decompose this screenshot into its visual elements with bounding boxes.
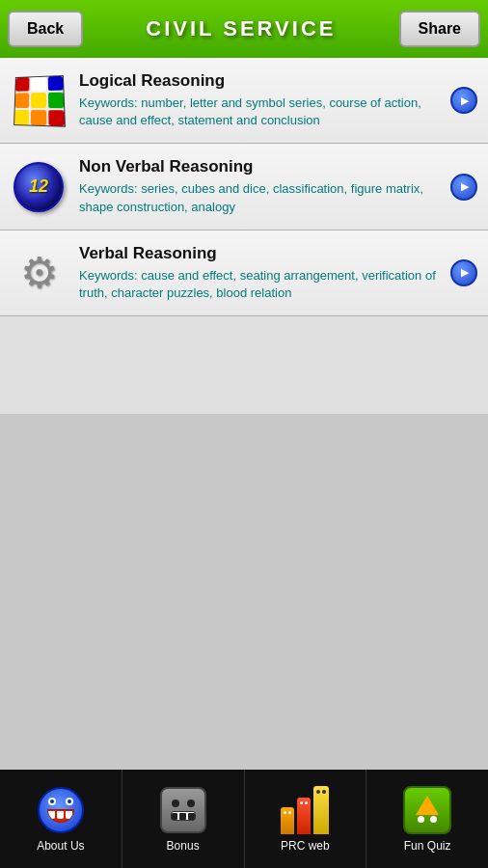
logical-reasoning-keywords: Keywords: number, letter and symbol seri… — [79, 95, 442, 129]
nav-item-prcweb[interactable]: PRC web — [245, 770, 367, 868]
about-us-icon — [38, 787, 84, 833]
share-button[interactable]: Share — [399, 11, 480, 47]
prc-block-1 — [281, 807, 294, 834]
funquiz-right-eye — [430, 816, 437, 823]
about-teeth — [48, 811, 73, 819]
about-eyes — [48, 798, 73, 805]
bonus-tooth-2 — [179, 813, 186, 820]
about-mouth — [47, 809, 74, 823]
prc-eye-l3 — [316, 790, 320, 794]
bottom-navigation: About Us Bonus — [0, 770, 488, 868]
funquiz-icon-wrap — [402, 785, 452, 835]
fun-quiz-icon — [403, 786, 451, 834]
verbal-reasoning-icon: ⚙ — [10, 244, 68, 302]
prc-block-2-eyes — [300, 801, 308, 804]
gears-icon: ⚙ — [20, 252, 58, 294]
prc-eye-r2 — [305, 801, 308, 804]
category-list: Logical Reasoning Keywords: number, lett… — [0, 58, 488, 414]
bonus-right-eye — [187, 800, 195, 807]
nav-item-about[interactable]: About Us — [0, 770, 122, 868]
prc-block-2 — [297, 798, 311, 834]
prc-eye-r3 — [322, 790, 326, 794]
about-tooth-2 — [57, 811, 64, 819]
about-left-eye — [48, 798, 56, 805]
list-item-logical[interactable]: Logical Reasoning Keywords: number, lett… — [0, 58, 488, 144]
verbal-reasoning-arrow — [449, 258, 478, 287]
funquiz-eyes — [418, 816, 437, 823]
bonus-tooth-1 — [172, 813, 178, 820]
nonverbal-reasoning-icon: 12 — [10, 158, 68, 216]
app-header: Back CIVIL SERVICE Share — [0, 0, 488, 58]
prc-eye-r — [288, 811, 291, 814]
arrow-circle-icon — [450, 259, 477, 286]
empty-content-area — [0, 414, 488, 770]
logical-reasoning-title: Logical Reasoning — [79, 71, 442, 91]
list-item-nonverbal[interactable]: 12 Non Verbal Reasoning Keywords: series… — [0, 144, 488, 230]
prc-block-3-eyes — [316, 790, 326, 794]
verbal-reasoning-text: Verbal Reasoning Keywords: cause and eff… — [79, 244, 442, 302]
nonverbal-reasoning-title: Non Verbal Reasoning — [79, 157, 442, 176]
list-item-verbal[interactable]: ⚙ Verbal Reasoning Keywords: cause and e… — [0, 231, 488, 316]
verbal-reasoning-keywords: Keywords: cause and effect, seating arra… — [79, 267, 442, 302]
about-right-eye — [66, 798, 73, 805]
about-tooth-3 — [66, 811, 72, 819]
funquiz-arrow-icon — [416, 796, 439, 815]
about-label: About Us — [37, 839, 84, 853]
prc-block-1-eyes — [284, 811, 291, 814]
dice-number: 12 — [29, 176, 48, 197]
prc-block-3 — [313, 786, 329, 834]
about-tooth-1 — [48, 811, 55, 819]
prc-eye-l2 — [300, 801, 303, 804]
about-icon-wrap — [36, 785, 86, 835]
back-button[interactable]: Back — [8, 11, 83, 47]
nav-item-bonus[interactable]: Bonus — [122, 770, 245, 868]
logical-reasoning-icon — [10, 71, 68, 129]
dice-icon: 12 — [14, 162, 64, 212]
nonverbal-reasoning-arrow — [449, 173, 478, 202]
cube-icon — [14, 75, 66, 127]
funquiz-label: Fun Quiz — [404, 839, 451, 853]
arrow-circle-icon — [450, 87, 477, 114]
nonverbal-reasoning-text: Non Verbal Reasoning Keywords: series, c… — [79, 157, 442, 215]
bonus-icon-wrap — [158, 785, 208, 835]
prc-eye-l — [284, 811, 286, 814]
funquiz-left-eye — [418, 816, 424, 823]
bonus-tooth-3 — [188, 813, 195, 820]
arrow-circle-icon — [450, 174, 477, 201]
prcweb-label: PRC web — [281, 839, 330, 853]
verbal-reasoning-title: Verbal Reasoning — [79, 244, 442, 263]
nav-item-funquiz[interactable]: Fun Quiz — [366, 770, 488, 868]
prcweb-icon-wrap — [280, 785, 330, 835]
bonus-eyes — [172, 800, 195, 807]
nonverbal-reasoning-keywords: Keywords: series, cubes and dice, classi… — [79, 180, 442, 215]
bonus-label: Bonus — [167, 839, 200, 853]
prc-blocks-icon — [281, 786, 329, 834]
logical-reasoning-arrow — [449, 86, 478, 115]
bonus-mouth — [171, 811, 196, 821]
bonus-icon — [160, 787, 206, 833]
logical-reasoning-text: Logical Reasoning Keywords: number, lett… — [79, 71, 442, 129]
bonus-left-eye — [172, 800, 179, 807]
app-title: CIVIL SERVICE — [146, 16, 336, 41]
